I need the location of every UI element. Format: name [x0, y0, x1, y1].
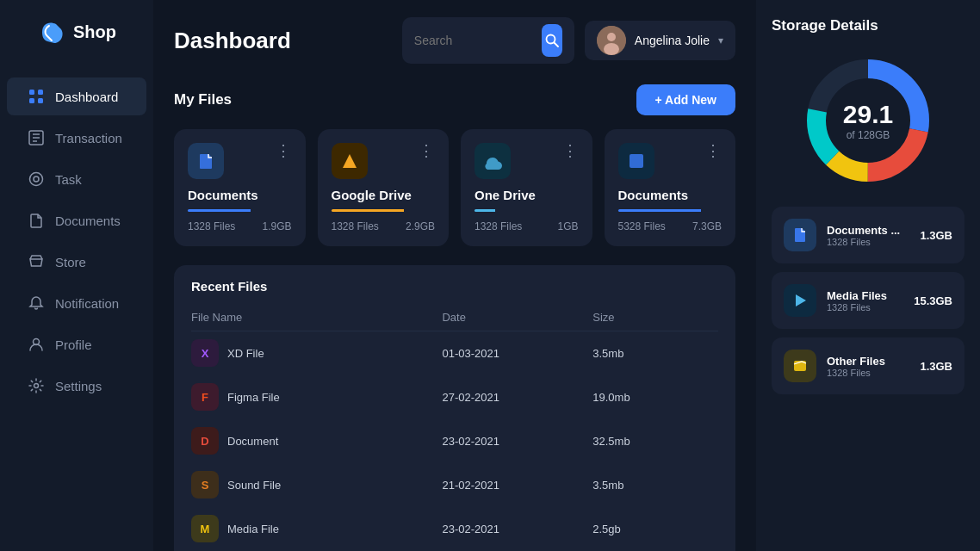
file-row-size: 32.5mb — [592, 435, 718, 448]
file-meta: 1328 Files 2.9GB — [332, 220, 436, 232]
user-profile-dropdown[interactable]: Angelina Jolie ▾ — [585, 21, 735, 60]
store-icon — [28, 253, 45, 270]
table-column-header: Size — [592, 311, 718, 324]
svg-marker-23 — [796, 294, 806, 306]
sidebar-item-label: Notification — [55, 296, 119, 311]
recent-files-section: Recent Files File NameDateSize X XD File… — [174, 265, 735, 551]
file-card[interactable]: ⋮ One Drive 1328 Files 1GB — [461, 129, 592, 246]
sidebar-item-profile[interactable]: Profile — [7, 325, 146, 363]
storage-items-list: Documents ... 1328 Files 1.3GB Media Fil… — [772, 207, 964, 394]
storage-item-info: Other Files 1328 Files — [827, 355, 909, 378]
file-count: 1328 Files — [188, 220, 235, 232]
logo-area: Shop — [20, 17, 133, 46]
my-files-section-header: My Files + Add New — [174, 84, 735, 115]
file-card-name: Google Drive — [332, 188, 436, 202]
sidebar-item-settings[interactable]: Settings — [7, 367, 146, 405]
sidebar-item-label: Store — [55, 255, 86, 269]
table-row[interactable]: D Document 23-02-2021 32.5mb — [191, 419, 718, 463]
right-panel: Storage Details 29.1 of 128GB Documents … — [756, 0, 980, 551]
sidebar-item-notification[interactable]: Notification — [7, 284, 146, 322]
storage-item[interactable]: Other Files 1328 Files 1.3GB — [772, 337, 964, 394]
storage-item-size: 1.3GB — [920, 360, 952, 373]
avatar-image — [597, 26, 626, 55]
file-row-size: 3.5mb — [592, 479, 718, 492]
file-row-size: 3.5mb — [592, 347, 718, 360]
header-right: Angelina Jolie ▾ — [402, 17, 735, 64]
file-type-icon — [332, 143, 368, 179]
file-row-name-text: Figma File — [227, 391, 280, 404]
file-row-name-text: Document — [227, 435, 278, 448]
sidebar-item-task[interactable]: Task — [7, 160, 146, 198]
search-input[interactable] — [414, 34, 535, 47]
transaction-icon — [28, 129, 45, 146]
sidebar-item-transaction[interactable]: Transaction — [7, 119, 146, 157]
storage-item-info: Media Files 1328 Files — [827, 289, 903, 313]
storage-item[interactable]: Media Files 1328 Files 15.3GB — [772, 272, 964, 329]
svg-rect-3 — [38, 98, 43, 103]
file-size: 1GB — [557, 220, 578, 232]
file-row-size: 19.0mb — [592, 391, 718, 404]
file-row-name-text: XD File — [227, 347, 264, 360]
file-size: 7.3GB — [692, 220, 722, 232]
storage-item-size: 1.3GB — [920, 229, 952, 242]
file-type-icon — [474, 143, 511, 179]
table-body: X XD File 01-03-2021 3.5mb F Figma File … — [191, 331, 718, 550]
file-row-icon: F — [191, 383, 219, 411]
file-row-size: 2.5gb — [592, 523, 718, 536]
sidebar-item-label: Dashboard — [55, 90, 118, 104]
storage-item-count: 1328 Files — [827, 302, 903, 313]
donut-chart: 29.1 of 128GB — [772, 52, 964, 189]
storage-item-name: Other Files — [827, 355, 909, 368]
file-card-name: Documents — [618, 188, 723, 202]
nav-items: Dashboard Transaction Task — [0, 77, 153, 405]
add-new-button[interactable]: + Add New — [636, 84, 735, 115]
table-row[interactable]: X XD File 01-03-2021 3.5mb — [191, 331, 718, 375]
dashboard-icon — [28, 88, 45, 105]
sidebar-item-label: Task — [55, 172, 82, 187]
donut-total-label: of 128GB — [843, 129, 893, 141]
file-row-name-text: Sound File — [227, 479, 281, 492]
table-row[interactable]: F Figma File 27-02-2021 19.0mb — [191, 375, 718, 419]
file-card-header: ⋮ — [332, 143, 436, 179]
search-button[interactable] — [542, 24, 562, 57]
settings-icon — [28, 377, 45, 394]
svg-rect-0 — [29, 90, 34, 95]
profile-icon — [28, 336, 45, 353]
file-card[interactable]: ⋮ Documents 1328 Files 1.9GB — [174, 129, 306, 246]
file-card[interactable]: ⋮ Documents 5328 Files 7.3GB — [605, 129, 736, 246]
file-menu-icon[interactable]: ⋮ — [276, 143, 292, 158]
storage-item[interactable]: Documents ... 1328 Files 1.3GB — [772, 207, 964, 263]
file-row-name: M Media File — [191, 515, 442, 542]
file-card[interactable]: ⋮ Google Drive 1328 Files 2.9GB — [318, 129, 450, 246]
file-progress-bar — [618, 209, 723, 212]
svg-line-13 — [554, 43, 558, 47]
svg-rect-2 — [29, 98, 34, 103]
svg-point-11 — [34, 384, 39, 388]
chevron-down-icon: ▾ — [718, 34, 723, 46]
table-row[interactable]: S Sound File 21-02-2021 3.5mb — [191, 463, 718, 507]
file-menu-icon[interactable]: ⋮ — [562, 143, 579, 158]
sidebar-item-label: Profile — [55, 337, 92, 352]
donut-gb-value: 29.1 — [843, 100, 893, 129]
file-size: 1.9GB — [262, 220, 291, 232]
my-files-title: My Files — [174, 91, 232, 108]
file-menu-icon[interactable]: ⋮ — [705, 143, 722, 158]
file-count: 1328 Files — [474, 220, 522, 232]
storage-item-count: 1328 Files — [827, 237, 909, 247]
file-row-name-text: Media File — [227, 523, 279, 536]
file-count: 1328 Files — [332, 220, 379, 232]
file-count: 5328 Files — [618, 220, 666, 232]
file-row-name: D Document — [191, 427, 442, 455]
table-row[interactable]: M Media File 23-02-2021 2.5gb — [191, 507, 718, 550]
sidebar-item-dashboard[interactable]: Dashboard — [7, 77, 146, 115]
file-progress-bar — [474, 209, 579, 212]
file-row-name: S Sound File — [191, 471, 442, 498]
page-title: Dashboard — [174, 28, 291, 54]
svg-point-8 — [30, 173, 43, 186]
file-menu-icon[interactable]: ⋮ — [419, 143, 435, 158]
sidebar-item-store[interactable]: Store — [7, 243, 146, 281]
sidebar-item-documents[interactable]: Documents — [7, 201, 146, 239]
storage-item-size: 15.3GB — [914, 294, 952, 307]
file-row-icon: D — [191, 427, 219, 455]
user-name: Angelina Jolie — [635, 34, 710, 47]
